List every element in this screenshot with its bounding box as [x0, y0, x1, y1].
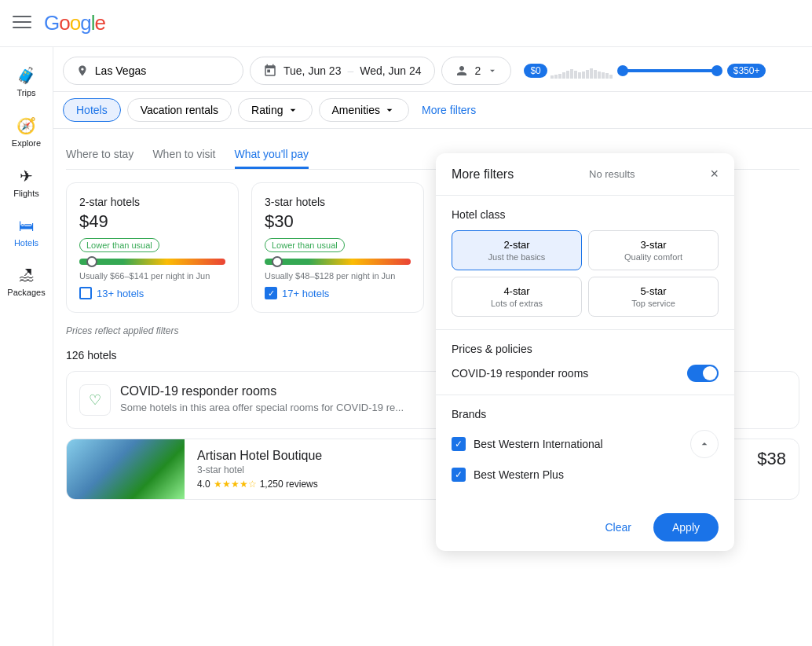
flights-icon: ✈ [20, 167, 33, 185]
covid-toggle-label: COVID-19 responder rooms [452, 367, 588, 380]
sidebar-label-flights: Flights [13, 189, 38, 198]
sidebar-item-explore[interactable]: 🧭 Explore [5, 110, 49, 154]
tab-where-to-stay[interactable]: Where to stay [66, 141, 134, 169]
google-logo: Google [44, 11, 105, 35]
filters-scroll-area: Hotel class 2-star Just the basics 3-sta… [436, 196, 734, 504]
hotel-class-section: Hotel class 2-star Just the basics 3-sta… [436, 196, 734, 330]
hotel-checkbox-3star[interactable]: ✓ [265, 287, 277, 299]
hotel-badge: Lower than usual [265, 238, 345, 252]
sidebar: 🧳 Trips 🧭 Explore ✈ Flights 🛏 Hotels 🏖 P… [0, 47, 53, 522]
svg-rect-2 [13, 27, 31, 28]
menu-icon[interactable] [13, 13, 31, 34]
price-range: $0 [524, 63, 766, 79]
sidebar-label-trips: Trips [16, 88, 35, 97]
hotel-image [67, 439, 185, 499]
more-filters-title: More filters [452, 167, 514, 182]
apply-button[interactable]: Apply [653, 513, 719, 522]
filter-rating[interactable]: Rating [238, 98, 312, 122]
hotel-class-2star[interactable]: 2-star Just the basics [452, 230, 582, 270]
check-in-date: Tue, Jun 23 [283, 64, 341, 77]
date-selector[interactable]: Tue, Jun 23 – Wed, Jun 24 [250, 57, 435, 85]
check-out-date: Wed, Jun 24 [360, 64, 421, 77]
brand-checkbox-bwi[interactable]: ✓ [452, 437, 466, 451]
trips-icon: 🧳 [16, 66, 36, 85]
brands-title: Brands [452, 408, 719, 420]
hotel-card-3star[interactable]: 3-star hotels $30 Lower than usual Usual… [251, 182, 424, 313]
sidebar-item-hotels[interactable]: 🛏 Hotels [5, 211, 49, 254]
hotel-card-title: 2-star hotels [79, 196, 225, 208]
chevron-up-icon [698, 438, 711, 450]
amenities-chevron-icon [383, 104, 396, 116]
sidebar-item-flights[interactable]: ✈ Flights [5, 160, 49, 204]
price-bar [265, 259, 411, 265]
hotel-price: $38 [744, 439, 799, 499]
svg-rect-1 [13, 21, 31, 23]
packages-icon: 🏖 [19, 266, 35, 284]
svg-rect-0 [13, 16, 31, 17]
covid-listing-text: COVID-19 responder rooms Some hotels in … [120, 384, 404, 413]
more-filters-footer: Clear Apply [436, 504, 734, 522]
more-filters-panel: More filters No results × Hotel class 2-… [436, 153, 734, 522]
search-area: Tue, Jun 23 – Wed, Jun 24 2 $0 [0, 47, 812, 92]
hotel-card-2star[interactable]: 2-star hotels $49 Lower than usual Usual… [66, 182, 239, 313]
sidebar-item-trips[interactable]: 🧳 Trips [5, 60, 49, 104]
sidebar-label-explore: Explore [12, 138, 41, 148]
hotel-class-5star[interactable]: 5-star Top service [588, 277, 719, 317]
covid-toggle[interactable] [687, 365, 719, 382]
hotel-card-price: $30 [265, 211, 411, 232]
hotel-card-title: 3-star hotels [265, 196, 411, 208]
price-bar [79, 259, 225, 265]
collapse-button[interactable] [690, 430, 719, 458]
hotel-count: 13+ hotels [79, 287, 225, 299]
clear-button[interactable]: Clear [593, 513, 644, 522]
filter-bar: Hotels Vacation rentals Rating Amenities… [0, 92, 812, 129]
hotels-icon: 🛏 [19, 217, 35, 235]
brand-name-bwi: Best Western International [474, 438, 603, 450]
tab-hotels[interactable]: Hotels [63, 98, 121, 122]
close-button[interactable]: × [710, 166, 719, 182]
tab-when-to-visit[interactable]: When to visit [152, 141, 215, 169]
more-filters-button[interactable]: More filters [415, 99, 482, 121]
price-slider-right-handle[interactable] [711, 65, 722, 76]
hotel-badge: Lower than usual [79, 238, 159, 252]
no-results-label: No results [589, 168, 635, 180]
hotel-class-3star[interactable]: 3-star Quality comfort [588, 230, 719, 270]
guests-selector[interactable]: 2 [441, 57, 512, 85]
filter-amenities[interactable]: Amenities [319, 98, 409, 122]
hotel-usual-price: Usually $66–$141 per night in Jun [79, 271, 225, 281]
location-selector[interactable] [63, 57, 243, 85]
brand-checkbox-bwp[interactable]: ✓ [452, 468, 466, 482]
person-icon [455, 64, 469, 78]
guests-count: 2 [475, 64, 481, 77]
price-min-badge: $0 [524, 64, 547, 78]
tab-what-youll-pay[interactable]: What you'll pay [235, 141, 309, 169]
sidebar-item-packages[interactable]: 🏖 Packages [5, 260, 49, 303]
location-icon [76, 64, 89, 78]
hotel-class-grid: 2-star Just the basics 3-star Quality co… [452, 230, 719, 317]
brand-item-bwi: ✓ Best Western International [452, 430, 719, 458]
covid-icon: ♡ [79, 384, 111, 416]
explore-icon: 🧭 [16, 116, 36, 135]
location-input[interactable] [95, 64, 230, 77]
price-slider-left-handle[interactable] [617, 65, 628, 76]
brand-item-bwp: ✓ Best Western Plus [452, 468, 719, 482]
chevron-down-icon [487, 65, 498, 76]
hotel-usual-price: Usually $48–$128 per night in Jun [265, 271, 411, 281]
rating-chevron-icon [287, 104, 299, 116]
price-slider[interactable] [550, 63, 724, 79]
topbar: Google [0, 0, 812, 47]
covid-toggle-row: COVID-19 responder rooms [452, 365, 719, 382]
tab-vacation-rentals[interactable]: Vacation rentals [127, 98, 232, 122]
calendar-icon [263, 64, 277, 78]
prices-policies-section: Prices & policies COVID-19 responder roo… [436, 330, 734, 395]
more-filters-header: More filters No results × [436, 153, 734, 196]
hotel-count: ✓ 17+ hotels [265, 287, 411, 299]
price-max-badge: $350+ [727, 64, 766, 78]
hotel-checkbox-2star[interactable] [79, 287, 92, 299]
hotel-card-price: $49 [79, 211, 225, 232]
prices-policies-title: Prices & policies [452, 343, 719, 355]
sidebar-label-hotels: Hotels [14, 238, 38, 248]
hotel-class-title: Hotel class [452, 208, 719, 221]
sidebar-label-packages: Packages [7, 288, 45, 297]
hotel-class-4star[interactable]: 4-star Lots of extras [452, 277, 582, 317]
